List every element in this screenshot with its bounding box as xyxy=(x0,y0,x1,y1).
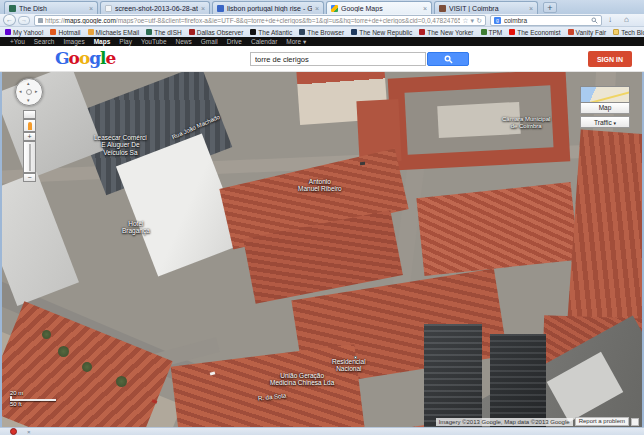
map-label-camara[interactable]: Câmara Municipal de Coimbra xyxy=(502,116,550,130)
url-dropdown-icon[interactable]: ▾ xyxy=(471,17,475,25)
gnav-youtube[interactable]: YouTube xyxy=(141,38,167,45)
map-type-button[interactable]: Map xyxy=(580,103,630,114)
url-protocol: https:// xyxy=(45,17,65,24)
new-tab-button[interactable]: + xyxy=(543,2,557,13)
maps-search-button[interactable] xyxy=(427,52,469,66)
map-attribution: Imagery ©2013 Google, Map data ©2013 Goo… xyxy=(436,417,639,426)
bookmark-label: Michaels EMail xyxy=(96,29,140,36)
pan-down-icon[interactable]: ▾ xyxy=(27,98,30,103)
google-favicon: g xyxy=(494,17,501,24)
tab-lisbon-search[interactable]: lisbon portugal high rise - Go... × xyxy=(212,1,324,14)
tab-google-maps[interactable]: Google Maps × xyxy=(326,1,432,14)
map-label-uniao[interactable]: União Geração Medicina Chinesa Lda xyxy=(270,372,334,387)
logo-letter: o xyxy=(69,48,79,68)
bookmark-hotmail[interactable]: Hotmail xyxy=(50,29,80,36)
report-problem-link[interactable]: Report a problem xyxy=(575,417,629,426)
gnav-gmail[interactable]: Gmail xyxy=(201,38,218,45)
zoom-in-button[interactable]: + xyxy=(23,132,36,141)
tab-the-dish[interactable]: The Dish × xyxy=(4,1,98,14)
map-type-thumbnail[interactable] xyxy=(580,86,630,103)
bookmark-the-atlantic[interactable]: The Atlantic xyxy=(250,29,292,36)
gnav-more[interactable]: More ▾ xyxy=(286,38,306,46)
bookmark-economist[interactable]: The Economist xyxy=(509,29,560,36)
bookmark-label: The Atlantic xyxy=(258,29,292,36)
search-icon[interactable] xyxy=(591,17,598,24)
tab-title: Google Maps xyxy=(341,5,420,12)
sign-in-button[interactable]: SIGN IN xyxy=(588,51,632,67)
back-button[interactable]: ← xyxy=(3,14,16,26)
street-view-pegman[interactable] xyxy=(23,119,36,132)
search-icon xyxy=(444,55,453,64)
bookmark-dallas-observer[interactable]: Dallas Observer xyxy=(189,29,244,36)
site-identity-icon[interactable] xyxy=(38,18,43,23)
downloads-icon[interactable]: ↓ xyxy=(608,15,612,24)
gnav-news[interactable]: News xyxy=(176,38,192,45)
bookmark-the-browser[interactable]: The Browser xyxy=(299,29,344,36)
pan-right-icon[interactable]: ▸ xyxy=(35,89,38,94)
rotate-view-button[interactable] xyxy=(23,110,36,119)
bookmark-label: The Economist xyxy=(517,29,560,36)
tab-visit-coimbra[interactable]: VISIT | Coimbra × xyxy=(434,1,538,14)
map-label-hotel[interactable]: Hotel Bragança xyxy=(122,220,150,235)
label-line: Manuel Ribeiro xyxy=(298,185,342,192)
gnav-play[interactable]: Play xyxy=(119,38,132,45)
tab-favicon xyxy=(9,5,16,12)
pan-control[interactable]: ▴ ▾ ◂ ▸ xyxy=(15,78,43,106)
gnav-images[interactable]: Images xyxy=(63,38,84,45)
tab-title: The Dish xyxy=(19,5,86,12)
bookmark-favicon xyxy=(419,29,425,35)
bookmark-favicon xyxy=(351,29,357,35)
url-text: https://maps.google.com/maps?oe=utf-8&cl… xyxy=(45,17,460,24)
map-label-nacional[interactable]: Residencial Nacional xyxy=(332,358,366,373)
tree-icon xyxy=(58,346,69,357)
gnav-plus-you[interactable]: +You xyxy=(10,38,25,45)
traffic-button[interactable]: Traffic ▾ xyxy=(580,116,630,128)
gnav-more-label: More xyxy=(286,38,301,45)
copyright-text: Imagery ©2013 Google, Map data ©2013 Goo… xyxy=(436,418,573,426)
map-label-leasecar[interactable]: Leasecar Comérci E Aluguer De Veículos S… xyxy=(94,134,147,156)
browser-window: The Dish × screen-shot-2013-06-28-at-5..… xyxy=(0,0,644,435)
pegman-icon xyxy=(28,122,32,130)
tab-close-icon[interactable]: × xyxy=(423,5,427,12)
map-type-widget: Map Traffic ▾ xyxy=(580,86,630,128)
bookmark-tpm[interactable]: TPM xyxy=(481,29,503,36)
map-label-antonio[interactable]: Antonio Manuel Ribeiro xyxy=(298,178,342,193)
scale-bar: 20 m 50 ft xyxy=(10,390,56,407)
tab-close-icon[interactable]: × xyxy=(89,5,93,12)
addon-bar-close-icon[interactable]: × xyxy=(27,429,31,435)
gnav-calendar[interactable]: Calendar xyxy=(251,38,277,45)
zoom-out-button[interactable]: − xyxy=(23,173,36,182)
bookmark-label: TPM xyxy=(489,29,503,36)
pan-center-button[interactable] xyxy=(26,89,32,95)
gnav-maps[interactable]: Maps xyxy=(94,38,111,45)
url-bar[interactable]: https://maps.google.com/maps?oe=utf-8&cl… xyxy=(34,15,486,26)
zoom-slider[interactable] xyxy=(23,141,36,173)
home-icon[interactable]: ⌂ xyxy=(624,15,629,24)
maps-search-input[interactable] xyxy=(250,52,426,66)
map-canvas[interactable]: Leasecar Comérci E Aluguer De Veículos S… xyxy=(2,72,642,427)
tab-close-icon[interactable]: × xyxy=(315,5,319,12)
roof-shape xyxy=(416,182,578,276)
bookmark-my-yahoo[interactable]: My Yahoo! xyxy=(5,29,43,36)
tab-close-icon[interactable]: × xyxy=(201,5,205,12)
bookmark-michaels-email[interactable]: Michaels EMail xyxy=(88,29,140,36)
attribution-corner-box xyxy=(631,418,639,426)
pan-up-icon[interactable]: ▴ xyxy=(27,81,30,86)
tab-close-icon[interactable]: × xyxy=(529,5,533,12)
bookmark-star-icon[interactable]: ☆ xyxy=(462,17,468,25)
gnav-search[interactable]: Search xyxy=(34,38,55,45)
adblock-icon[interactable] xyxy=(10,428,17,435)
bookmark-vanity-fair[interactable]: Vanity Fair xyxy=(568,29,607,36)
tab-screenshot-file[interactable]: screen-shot-2013-06-28-at-5... × xyxy=(100,1,210,14)
bookmark-the-dish[interactable]: The dISH xyxy=(146,29,181,36)
maps-header: Google SIGN IN xyxy=(0,46,644,72)
forward-button[interactable]: → xyxy=(18,16,30,25)
bookmark-folder-tech-blogs[interactable]: Tech Blogs xyxy=(613,29,644,36)
search-engine-box[interactable]: g coimbra xyxy=(490,15,602,26)
bookmark-new-yorker[interactable]: The New Yorker xyxy=(419,29,473,36)
pan-left-icon[interactable]: ◂ xyxy=(19,89,22,94)
gnav-drive[interactable]: Drive xyxy=(227,38,242,45)
reload-icon[interactable]: ↻ xyxy=(476,17,482,25)
bookmark-favicon xyxy=(568,29,574,35)
bookmark-new-republic[interactable]: The New Republic xyxy=(351,29,412,36)
